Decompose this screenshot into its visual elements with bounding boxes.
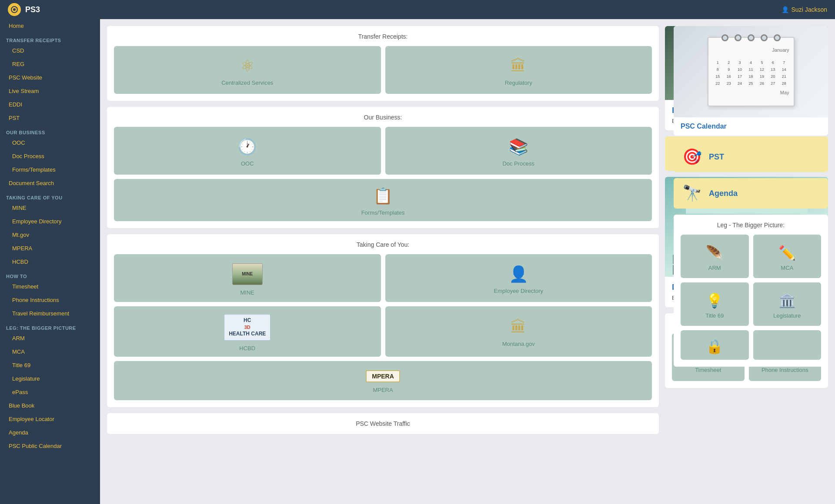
sidebar-item-blue-book[interactable]: Blue Book bbox=[0, 399, 100, 412]
leg-tile-arm[interactable]: 🪶 ARM bbox=[681, 235, 749, 278]
user-info[interactable]: 👤 Suzi Jackson bbox=[782, 6, 827, 13]
psc-calendar-card[interactable]: January 12345678910111213141516171819202… bbox=[674, 26, 828, 136]
leg-tiles-row2: 🔒 bbox=[681, 330, 821, 360]
sidebar-item-eddi[interactable]: EDDI bbox=[0, 98, 100, 111]
our-business-title: Our Business: bbox=[114, 114, 652, 121]
leg-tile-extra[interactable]: 🔒 bbox=[681, 330, 749, 360]
sidebar-item-mpera[interactable]: MPERA bbox=[0, 242, 100, 255]
mca-icon: ✏️ bbox=[778, 245, 796, 261]
sidebar-item-mtgov[interactable]: Mt.gov bbox=[0, 228, 100, 242]
sidebar-section-transfer: TRANSFER RECEIPTS bbox=[0, 34, 100, 44]
ring-4 bbox=[761, 34, 768, 41]
sidebar-item-ooc[interactable]: OOC bbox=[0, 136, 100, 149]
mine-icon: MINE bbox=[232, 263, 263, 285]
sidebar-item-timesheet[interactable]: Timesheet bbox=[0, 280, 100, 293]
sidebar-item-psc-website[interactable]: PSC Website bbox=[0, 71, 100, 84]
svg-point-1 bbox=[13, 8, 16, 11]
tile-centralized-services[interactable]: ⚛ Centralized Services bbox=[114, 46, 381, 94]
sidebar-section-our-business: OUR BUSINESS bbox=[0, 126, 100, 136]
leg-title: Leg - The Bigger Picture: bbox=[681, 222, 821, 229]
tile-employee-directory[interactable]: 👤 Employee Directory bbox=[385, 254, 652, 302]
sidebar-item-employee-locator[interactable]: Employee Locator bbox=[0, 412, 100, 426]
sidebar-item-mca[interactable]: MCA bbox=[0, 345, 100, 358]
tile-ooc[interactable]: 🕐 OOC bbox=[114, 127, 381, 175]
sidebar-item-pst[interactable]: PST bbox=[0, 111, 100, 125]
timesheet-label: Timesheet bbox=[695, 367, 721, 373]
ooc-icon: 🕐 bbox=[237, 138, 257, 156]
regulatory-icon: 🏛 bbox=[511, 57, 526, 75]
ring-3 bbox=[748, 34, 755, 41]
lock-icon: 🔒 bbox=[706, 338, 723, 355]
main-content: Transfer Receipts: ⚛ Centralized Service… bbox=[100, 19, 835, 504]
centralized-services-label: Centralized Services bbox=[221, 80, 273, 86]
sidebar-item-arm[interactable]: ARM bbox=[0, 332, 100, 345]
sidebar-item-epass[interactable]: ePass bbox=[0, 385, 100, 399]
sidebar-item-csd[interactable]: CSD bbox=[0, 44, 100, 57]
transfer-receipts-tiles: ⚛ Centralized Services 🏛 Regulatory bbox=[114, 46, 652, 94]
sidebar: Home TRANSFER RECEIPTS CSD REG PSC Websi… bbox=[0, 19, 100, 504]
sidebar-item-forms-templates[interactable]: Forms/Templates bbox=[0, 163, 100, 176]
ring-2 bbox=[735, 34, 741, 41]
phone-instructions-label: Phone Instructions bbox=[762, 367, 808, 373]
arm-label: ARM bbox=[708, 265, 721, 271]
sidebar-item-psc-public-calendar[interactable]: PSC Public Calendar bbox=[0, 439, 100, 453]
employee-directory-label: Employee Directory bbox=[494, 288, 543, 294]
taking-care-section: Taking Care of You: MINE MINE 👤 Employee… bbox=[107, 234, 659, 407]
sidebar-item-title69[interactable]: Title 69 bbox=[0, 358, 100, 372]
legislature-icon: 🏛️ bbox=[778, 292, 796, 309]
agenda-card[interactable]: 🔭 Agenda bbox=[674, 178, 828, 209]
calendar-image: January 12345678910111213141516171819202… bbox=[674, 26, 828, 117]
our-business-section: Our Business: 🕐 OOC 📚 Doc Process bbox=[107, 107, 659, 228]
leg-tile-title69[interactable]: 💡 Title 69 bbox=[681, 282, 749, 326]
sidebar-section-taking-care: TAKING CARE OF YOU bbox=[0, 192, 100, 201]
sidebar-section-leg: LEG: THE BIGGER PICTURE bbox=[0, 322, 100, 332]
tile-mpera[interactable]: MPERA MPERA bbox=[114, 361, 652, 400]
calendar-grid: 1234567891011121314151617181920212223242… bbox=[713, 60, 789, 86]
transfer-receipts-title: Transfer Receipts: bbox=[114, 33, 652, 40]
mca-label: MCA bbox=[781, 265, 793, 271]
centralized-services-icon: ⚛ bbox=[240, 57, 254, 75]
sidebar-item-reg[interactable]: REG bbox=[0, 57, 100, 71]
sidebar-item-employee-directory[interactable]: Employee Directory bbox=[0, 215, 100, 228]
sidebar-item-agenda[interactable]: Agenda bbox=[0, 426, 100, 439]
title69-label: Title 69 bbox=[705, 312, 724, 319]
mine-label: MINE bbox=[240, 289, 255, 296]
sidebar-item-hcbd[interactable]: HCBD bbox=[0, 255, 100, 269]
ring-5 bbox=[774, 34, 781, 41]
leg-tile-legislature[interactable]: 🏛️ Legislature bbox=[753, 282, 822, 326]
user-name: Suzi Jackson bbox=[792, 6, 827, 13]
hcbd-label: HCBD bbox=[239, 345, 255, 351]
left-column: Transfer Receipts: ⚛ Centralized Service… bbox=[107, 26, 659, 434]
sidebar-item-phone-instructions[interactable]: Phone Instructions bbox=[0, 293, 100, 307]
mpera-icon: MPERA bbox=[366, 370, 400, 382]
logo-icon bbox=[8, 3, 21, 16]
notebook-visual: January 12345678910111213141516171819202… bbox=[708, 37, 795, 106]
tile-doc-process[interactable]: 📚 Doc Process bbox=[385, 127, 652, 175]
arm-icon: 🪶 bbox=[706, 245, 723, 261]
montana-gov-label: Montana.gov bbox=[502, 341, 535, 347]
hcbd-icon: HC3DHEALTH CARE bbox=[224, 314, 271, 341]
sidebar-item-doc-process[interactable]: Doc Process bbox=[0, 149, 100, 163]
tile-regulatory[interactable]: 🏛 Regulatory bbox=[385, 46, 652, 94]
mpera-label: MPERA bbox=[373, 387, 393, 393]
tile-montana-gov[interactable]: 🏛 Montana.gov bbox=[385, 306, 652, 357]
montana-gov-icon: 🏛 bbox=[511, 318, 526, 336]
employee-directory-icon: 👤 bbox=[509, 265, 528, 283]
leg-tile-mca[interactable]: ✏️ MCA bbox=[753, 235, 822, 278]
sidebar-item-document-search[interactable]: Document Search bbox=[0, 176, 100, 190]
sidebar-item-home[interactable]: Home bbox=[0, 19, 100, 33]
sidebar-item-mine[interactable]: MINE bbox=[0, 201, 100, 215]
leg-tile-extra2[interactable] bbox=[753, 330, 822, 360]
tile-hcbd[interactable]: HC3DHEALTH CARE HCBD bbox=[114, 306, 381, 357]
title69-icon: 💡 bbox=[706, 292, 723, 309]
tile-forms-templates[interactable]: 📋 Forms/Templates bbox=[114, 179, 652, 221]
tile-mine[interactable]: MINE MINE bbox=[114, 254, 381, 302]
sidebar-item-legislature[interactable]: Legislature bbox=[0, 372, 100, 385]
leg-section: Leg - The Bigger Picture: 🪶 ARM ✏️ MCA 💡… bbox=[674, 215, 828, 367]
regulatory-label: Regulatory bbox=[505, 80, 532, 86]
sidebar-item-live-stream[interactable]: Live Stream bbox=[0, 84, 100, 98]
sidebar-item-travel-reimbursement[interactable]: Travel Reimbursement bbox=[0, 307, 100, 320]
app-logo[interactable]: PS3 bbox=[8, 3, 40, 16]
doc-process-label: Doc Process bbox=[502, 160, 534, 167]
pst-card[interactable]: 🎯 PST bbox=[674, 142, 828, 172]
